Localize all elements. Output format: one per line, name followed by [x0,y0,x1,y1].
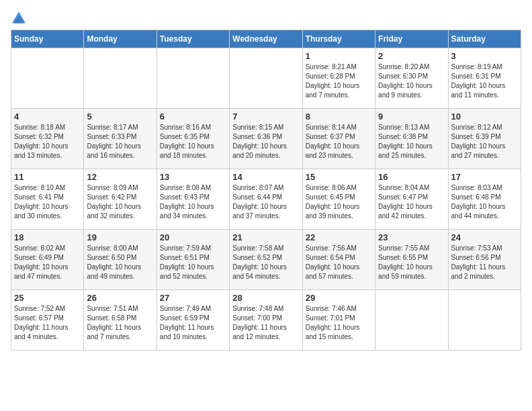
day-info: Sunrise: 8:07 AM Sunset: 6:44 PM Dayligh… [232,183,299,221]
calendar-cell: 15Sunrise: 8:06 AM Sunset: 6:45 PM Dayli… [302,169,375,230]
calendar-cell: 8Sunrise: 8:14 AM Sunset: 6:37 PM Daylig… [302,109,375,169]
day-number: 20 [160,232,226,242]
calendar-cell [448,290,521,351]
day-info: Sunrise: 8:06 AM Sunset: 6:45 PM Dayligh… [306,183,372,221]
calendar-cell: 17Sunrise: 8:03 AM Sunset: 6:48 PM Dayli… [448,169,521,230]
day-number: 8 [306,111,372,122]
calendar-cell: 7Sunrise: 8:15 AM Sunset: 6:36 PM Daylig… [230,109,302,169]
day-number: 1 [306,51,372,61]
day-number: 22 [306,232,372,242]
calendar-week-row: 4Sunrise: 8:18 AM Sunset: 6:32 PM Daylig… [11,109,521,169]
calendar-cell: 5Sunrise: 8:17 AM Sunset: 6:33 PM Daylig… [84,109,157,169]
day-info: Sunrise: 8:19 AM Sunset: 6:31 PM Dayligh… [451,62,518,100]
day-number: 25 [14,293,81,303]
day-number: 24 [451,232,518,242]
day-info: Sunrise: 8:08 AM Sunset: 6:43 PM Dayligh… [160,183,226,221]
weekday-header-friday: Friday [375,30,448,48]
day-info: Sunrise: 8:09 AM Sunset: 6:42 PM Dayligh… [87,183,153,221]
calendar-cell: 20Sunrise: 7:59 AM Sunset: 6:51 PM Dayli… [157,230,229,290]
day-number: 26 [87,293,153,303]
day-info: Sunrise: 8:03 AM Sunset: 6:48 PM Dayligh… [451,183,518,221]
calendar-cell: 14Sunrise: 8:07 AM Sunset: 6:44 PM Dayli… [230,169,302,230]
day-number: 5 [87,111,153,122]
day-info: Sunrise: 7:59 AM Sunset: 6:51 PM Dayligh… [160,244,226,281]
calendar-cell: 13Sunrise: 8:08 AM Sunset: 6:43 PM Dayli… [157,169,229,230]
weekday-header-thursday: Thursday [302,30,375,48]
calendar-cell: 25Sunrise: 7:52 AM Sunset: 6:57 PM Dayli… [11,290,84,351]
weekday-header-sunday: Sunday [11,30,84,48]
day-number: 3 [451,51,518,61]
day-info: Sunrise: 7:46 AM Sunset: 7:01 PM Dayligh… [306,304,372,342]
header [11,11,521,24]
calendar-cell: 9Sunrise: 8:13 AM Sunset: 6:38 PM Daylig… [375,109,448,169]
calendar-week-row: 1Sunrise: 8:21 AM Sunset: 6:28 PM Daylig… [11,48,521,109]
calendar-cell: 1Sunrise: 8:21 AM Sunset: 6:28 PM Daylig… [302,48,375,109]
day-number: 10 [451,111,518,122]
logo-icon [11,11,27,24]
calendar-cell: 28Sunrise: 7:48 AM Sunset: 7:00 PM Dayli… [230,290,302,351]
day-info: Sunrise: 7:48 AM Sunset: 7:00 PM Dayligh… [232,304,299,342]
day-info: Sunrise: 8:13 AM Sunset: 6:38 PM Dayligh… [378,123,445,161]
calendar-cell [157,48,229,109]
day-number: 28 [232,293,299,303]
weekday-header-monday: Monday [84,30,157,48]
day-info: Sunrise: 8:21 AM Sunset: 6:28 PM Dayligh… [306,62,372,100]
day-number: 14 [232,172,299,182]
day-number: 23 [378,232,445,242]
day-info: Sunrise: 7:58 AM Sunset: 6:52 PM Dayligh… [232,244,299,281]
day-info: Sunrise: 8:16 AM Sunset: 6:35 PM Dayligh… [160,123,226,161]
logo [11,11,30,24]
day-info: Sunrise: 8:10 AM Sunset: 6:41 PM Dayligh… [14,183,81,221]
calendar-cell: 6Sunrise: 8:16 AM Sunset: 6:35 PM Daylig… [157,109,229,169]
calendar-cell: 11Sunrise: 8:10 AM Sunset: 6:41 PM Dayli… [11,169,84,230]
day-info: Sunrise: 8:00 AM Sunset: 6:50 PM Dayligh… [87,244,153,281]
day-info: Sunrise: 7:53 AM Sunset: 6:56 PM Dayligh… [451,244,518,281]
day-info: Sunrise: 8:14 AM Sunset: 6:37 PM Dayligh… [306,123,372,161]
calendar-week-row: 11Sunrise: 8:10 AM Sunset: 6:41 PM Dayli… [11,169,521,230]
day-number: 15 [306,172,372,182]
weekday-header-wednesday: Wednesday [230,30,302,48]
day-number: 27 [160,293,226,303]
calendar-cell: 3Sunrise: 8:19 AM Sunset: 6:31 PM Daylig… [448,48,521,109]
calendar-cell [375,290,448,351]
day-number: 19 [87,232,153,242]
weekday-header-tuesday: Tuesday [157,30,229,48]
calendar-week-row: 25Sunrise: 7:52 AM Sunset: 6:57 PM Dayli… [11,290,521,351]
day-number: 17 [451,172,518,182]
calendar-cell: 18Sunrise: 8:02 AM Sunset: 6:49 PM Dayli… [11,230,84,290]
day-number: 11 [14,172,81,182]
calendar-cell: 24Sunrise: 7:53 AM Sunset: 6:56 PM Dayli… [448,230,521,290]
calendar-week-row: 18Sunrise: 8:02 AM Sunset: 6:49 PM Dayli… [11,230,521,290]
day-number: 18 [14,232,81,242]
day-info: Sunrise: 8:12 AM Sunset: 6:39 PM Dayligh… [451,123,518,161]
day-number: 16 [378,172,445,182]
calendar-table: SundayMondayTuesdayWednesdayThursdayFrid… [11,30,521,351]
day-number: 2 [378,51,445,61]
day-number: 13 [160,172,226,182]
day-info: Sunrise: 8:17 AM Sunset: 6:33 PM Dayligh… [87,123,153,161]
day-info: Sunrise: 8:18 AM Sunset: 6:32 PM Dayligh… [14,123,81,161]
calendar-cell: 19Sunrise: 8:00 AM Sunset: 6:50 PM Dayli… [84,230,157,290]
calendar-cell [84,48,157,109]
day-number: 9 [378,111,445,122]
calendar-cell: 12Sunrise: 8:09 AM Sunset: 6:42 PM Dayli… [84,169,157,230]
day-number: 29 [306,293,372,303]
day-number: 12 [87,172,153,182]
day-number: 21 [232,232,299,242]
calendar-cell: 26Sunrise: 7:51 AM Sunset: 6:58 PM Dayli… [84,290,157,351]
day-info: Sunrise: 7:49 AM Sunset: 6:59 PM Dayligh… [160,304,226,342]
day-info: Sunrise: 7:52 AM Sunset: 6:57 PM Dayligh… [14,304,81,342]
calendar-cell: 2Sunrise: 8:20 AM Sunset: 6:30 PM Daylig… [375,48,448,109]
calendar-cell [230,48,302,109]
day-number: 6 [160,111,226,122]
calendar-cell: 29Sunrise: 7:46 AM Sunset: 7:01 PM Dayli… [302,290,375,351]
calendar-cell: 4Sunrise: 8:18 AM Sunset: 6:32 PM Daylig… [11,109,84,169]
calendar-cell: 23Sunrise: 7:55 AM Sunset: 6:55 PM Dayli… [375,230,448,290]
day-info: Sunrise: 8:04 AM Sunset: 6:47 PM Dayligh… [378,183,445,221]
calendar-cell: 27Sunrise: 7:49 AM Sunset: 6:59 PM Dayli… [157,290,229,351]
day-info: Sunrise: 7:56 AM Sunset: 6:54 PM Dayligh… [306,244,372,281]
day-number: 7 [232,111,299,122]
day-info: Sunrise: 7:55 AM Sunset: 6:55 PM Dayligh… [378,244,445,281]
day-info: Sunrise: 8:15 AM Sunset: 6:36 PM Dayligh… [232,123,299,161]
calendar-cell: 22Sunrise: 7:56 AM Sunset: 6:54 PM Dayli… [302,230,375,290]
